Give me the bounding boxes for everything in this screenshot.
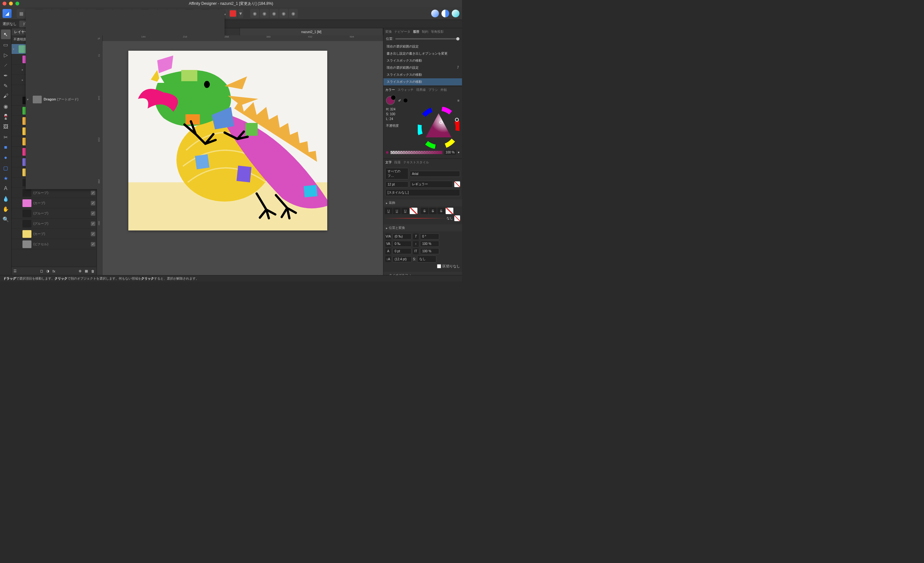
layer-visibility-checkbox[interactable]: ✓ xyxy=(91,242,95,246)
history-item[interactable]: 現在の選択範囲の設定 xyxy=(383,43,462,50)
window-close[interactable] xyxy=(3,2,6,6)
window-minimize[interactable] xyxy=(9,2,13,6)
add-layer-icon[interactable]: ⊕ xyxy=(79,269,81,273)
layer-visibility-checkbox[interactable]: ✓ xyxy=(91,221,95,226)
tab-navigator[interactable]: ナビゲータ xyxy=(394,30,410,34)
fx-icon[interactable]: fx xyxy=(52,269,56,273)
tab-transform[interactable]: 変換 xyxy=(386,30,392,34)
decoration-color[interactable] xyxy=(454,215,460,221)
layer-row[interactable]: (グループ) ✓ xyxy=(12,208,97,219)
leading-value[interactable]: (12.4 pt) xyxy=(392,256,412,262)
font-family[interactable]: Arial xyxy=(410,171,460,177)
bool-sub[interactable]: ◉ xyxy=(260,9,269,18)
tab-character[interactable]: 文字 xyxy=(386,160,392,165)
layer-row[interactable]: (ピクセル) ✓ xyxy=(12,239,97,249)
layer-row[interactable]: ▾ Dragon (アートボード) ✓ xyxy=(26,44,97,189)
s-value[interactable]: なし xyxy=(417,255,436,263)
adjustment-icon[interactable]: ◑ xyxy=(46,269,50,273)
star-tool[interactable]: ★ xyxy=(1,173,10,183)
layer-expand-icon[interactable]: ▸ xyxy=(22,78,26,81)
pencil-tool[interactable]: ✎ xyxy=(1,81,10,90)
bool-div[interactable]: ◉ xyxy=(289,9,298,18)
transparency-tool[interactable]: 🍷 xyxy=(1,112,10,121)
font-collection[interactable]: すべてのフ… xyxy=(386,168,408,179)
rectangle-tool[interactable]: ■ xyxy=(1,143,10,152)
color-opacity-slider[interactable] xyxy=(390,151,442,154)
tab-stroke[interactable]: 境界線 xyxy=(416,88,426,92)
snapping-btn[interactable] xyxy=(228,9,237,18)
snap-dropdown[interactable]: ▼ xyxy=(238,9,243,18)
tab-text-styles[interactable]: テキストスタイル xyxy=(403,160,429,165)
strike-1[interactable]: S xyxy=(421,208,428,214)
typography-header[interactable]: ▸ タイポグラフィ xyxy=(383,272,462,275)
tab-color[interactable]: カラー xyxy=(386,88,395,92)
tracking-value[interactable]: (0 ‰) xyxy=(392,233,412,239)
layer-visibility-checkbox[interactable]: ✓ xyxy=(91,232,95,236)
layer-visibility-checkbox[interactable]: ✓ xyxy=(91,211,95,216)
layers-list[interactable]: ▾ Dragon (アートボード) ✓ ▾ レイヤー18 (レイヤー) ✓ (カ… xyxy=(12,44,97,267)
history-item[interactable]: スライスボックスの移動 xyxy=(383,57,462,64)
crop-tool[interactable]: ✂ xyxy=(1,132,10,142)
underline-2[interactable]: U xyxy=(393,208,401,214)
layer-expand-icon[interactable]: ▾ xyxy=(13,48,16,51)
position-header[interactable]: ▸ 位置と変換 xyxy=(383,224,462,231)
persona-pixel[interactable] xyxy=(441,10,449,17)
color-opacity-value[interactable]: 100 % xyxy=(444,150,456,155)
tab-constraints[interactable]: 制約 xyxy=(422,30,428,34)
bool-add[interactable]: ◉ xyxy=(250,9,259,18)
history-item[interactable]: 書き出し設定の書き出しオプションを変更 xyxy=(383,50,462,57)
layer-visibility-checkbox[interactable]: ✓ xyxy=(91,201,95,206)
bool-xor[interactable]: ◉ xyxy=(279,9,288,18)
layer-row[interactable]: (カーブ) ✓ xyxy=(12,229,97,239)
kerning-value[interactable]: 0 ‰ xyxy=(392,241,412,247)
hscale-value[interactable]: 100 % xyxy=(420,241,439,247)
layer-row[interactable]: (グループ) ✓ xyxy=(12,219,97,229)
tab-swatches[interactable]: スウォッチ xyxy=(398,88,414,92)
history-item[interactable]: 現在の選択範囲の設定 ⤴ xyxy=(383,64,462,71)
pan-tool[interactable]: ✋ xyxy=(1,204,10,214)
color-swatch-recent[interactable] xyxy=(404,99,408,102)
strike-2[interactable]: S xyxy=(429,208,436,214)
doc-tab-2[interactable]: nazuni2_1 [M] xyxy=(240,28,383,35)
eyedropper-icon[interactable]: ✐ xyxy=(398,99,401,103)
underline-1[interactable]: U xyxy=(385,208,392,214)
delete-layer-icon[interactable]: 🗑 xyxy=(91,269,94,273)
color-menu-icon[interactable]: ≡ xyxy=(458,99,459,102)
place-image-tool[interactable]: 🖼 xyxy=(1,122,10,132)
mask-icon[interactable]: ◻ xyxy=(40,269,43,273)
rounded-rect-tool[interactable]: ▢ xyxy=(1,163,10,173)
bool-int[interactable]: ◉ xyxy=(270,9,279,18)
baseline-value[interactable]: 0 pt xyxy=(392,248,412,254)
layers-stack-icon[interactable]: ☰ xyxy=(14,269,16,273)
text-tool[interactable]: A xyxy=(1,183,10,193)
color-wheel[interactable] xyxy=(418,107,459,149)
move-tool[interactable]: ↖ xyxy=(1,30,10,39)
separator-checkbox[interactable] xyxy=(437,264,441,268)
history-item[interactable]: スライスボックスの移動 xyxy=(383,78,462,86)
history-item[interactable]: スライスボックスの移動 xyxy=(383,71,462,78)
font-weight[interactable]: レギュラー xyxy=(410,181,453,188)
pen-tool[interactable]: ✒ xyxy=(1,71,10,80)
node-tool[interactable]: ▷ xyxy=(1,50,10,60)
fill-tool[interactable]: ◉ xyxy=(1,101,10,111)
font-size[interactable]: 12 pt xyxy=(386,182,408,188)
tab-brushes[interactable]: ブラシ xyxy=(428,88,438,92)
corner-tool[interactable]: ⟋ xyxy=(1,60,10,70)
tab-paragraph[interactable]: 段落 xyxy=(394,160,401,165)
strike-3[interactable]: S xyxy=(437,208,445,214)
layer-expand-icon[interactable]: ▾ xyxy=(27,98,31,101)
canvas-viewport[interactable] xyxy=(103,41,383,275)
history-list[interactable]: 現在の選択範囲の設定書き出し設定の書き出しオプションを変更スライスボックスの移動… xyxy=(383,42,462,86)
zoom-tool[interactable]: 🔍 xyxy=(1,215,10,224)
tab-isometric[interactable]: 等角投影 xyxy=(431,30,444,34)
tab-history[interactable]: 履歴 xyxy=(413,30,419,34)
persona-export[interactable] xyxy=(452,10,459,17)
rotate-value[interactable]: 0 ° xyxy=(420,233,439,239)
underline-3[interactable]: U xyxy=(401,208,409,214)
vscale-value[interactable]: 100 % xyxy=(420,248,439,254)
strike-color[interactable] xyxy=(446,208,453,214)
tab-appearance[interactable]: 外観 xyxy=(441,88,447,92)
history-slider[interactable] xyxy=(395,38,459,39)
underline-color[interactable] xyxy=(410,208,417,214)
layer-expand-icon[interactable]: ▸ xyxy=(22,68,26,71)
